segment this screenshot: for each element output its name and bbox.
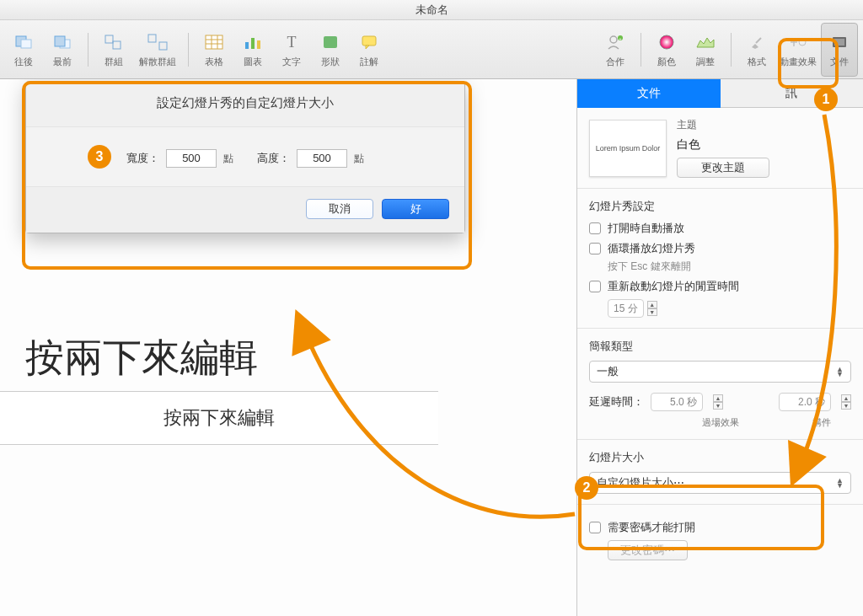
- change-theme-button[interactable]: 更改主題: [677, 158, 769, 178]
- toolbar-ungroup[interactable]: 解散群組: [134, 23, 181, 77]
- document-icon: [827, 30, 852, 54]
- trans-stepper[interactable]: ▲▼: [841, 394, 851, 410]
- table-icon: [201, 30, 227, 54]
- idle-time-field[interactable]: 15 分: [608, 299, 644, 318]
- tab-document[interactable]: 文件: [577, 79, 721, 108]
- toolbar-divider: [731, 33, 732, 67]
- toolbar-comment[interactable]: 註解: [351, 23, 388, 77]
- paintbrush-icon: [744, 30, 769, 54]
- annotation-badge-2: 2: [575, 476, 598, 500]
- toolbar-group[interactable]: 群組: [95, 23, 132, 77]
- group-icon: [101, 30, 126, 54]
- slide-canvas[interactable]: 設定幻燈片秀的自定幻燈片大小 寬度： 500 點 高度： 500 點 取消 好 …: [0, 79, 576, 616]
- width-input[interactable]: 500: [166, 149, 217, 168]
- svg-rect-1: [21, 40, 31, 48]
- annotation-badge-3: 3: [88, 145, 111, 169]
- idle-stepper[interactable]: ▲▼: [647, 301, 657, 316]
- delay-field[interactable]: 5.0 秒: [651, 393, 703, 411]
- checkbox-icon: [589, 243, 601, 254]
- slideshow-title: 幻燈片秀設定: [589, 199, 851, 214]
- toolbar-chart[interactable]: 圖表: [234, 23, 271, 77]
- toolbar-collab[interactable]: +合作: [597, 23, 634, 77]
- slide-size-panel: 幻燈片大小 自定幻燈片大小⋯ ▲▼: [577, 440, 863, 505]
- ungroup-icon: [145, 30, 170, 54]
- delay-stepper[interactable]: ▲▼: [713, 394, 723, 410]
- ok-button[interactable]: 好: [382, 199, 449, 219]
- theme-panel: Lorem Ipsum Dolor 主題 白色 更改主題: [577, 108, 863, 189]
- toolbar-divider: [188, 33, 189, 67]
- change-password-button[interactable]: 更改密碼⋯: [608, 540, 688, 560]
- tab-info[interactable]: 訊: [721, 79, 864, 108]
- svg-rect-4: [105, 35, 113, 43]
- window-titlebar: 未命名: [0, 0, 863, 20]
- autoplay-checkbox[interactable]: 打開時自動播放: [589, 221, 851, 236]
- bring-front-icon: [50, 30, 75, 54]
- toolbar-back[interactable]: 往後: [5, 23, 42, 77]
- svg-rect-13: [245, 42, 249, 49]
- slide-size-title: 幻燈片大小: [589, 450, 851, 465]
- chevron-updown-icon: ▲▼: [836, 478, 844, 488]
- toolbar-color[interactable]: 顏色: [648, 23, 685, 77]
- toolbar-divider: [641, 33, 641, 67]
- svg-rect-14: [251, 38, 255, 49]
- svg-rect-3: [55, 36, 65, 46]
- slide-size-select[interactable]: 自定幻燈片大小⋯ ▲▼: [589, 472, 851, 494]
- slideshow-panel: 幻燈片秀設定 打開時自動播放 循環播放幻燈片秀 按下 Esc 鍵來離開 重新啟動…: [577, 189, 863, 329]
- chevron-updown-icon: ▲▼: [836, 367, 844, 377]
- dialog-title: 設定幻燈片秀的自定幻燈片大小: [26, 82, 464, 127]
- width-unit: 點: [223, 152, 233, 166]
- svg-rect-17: [362, 36, 376, 46]
- theme-name: 白色: [677, 137, 851, 153]
- toolbar-text[interactable]: T文字: [273, 23, 310, 77]
- svg-rect-6: [148, 35, 156, 42]
- presentation-type-panel: 簡報類型 一般 ▲▼ 延遲時間： 5.0 秒 ▲▼ 2.0 秒 ▲▼ 過場效果 …: [577, 329, 863, 440]
- toolbar-format[interactable]: 格式: [738, 23, 775, 77]
- svg-rect-16: [324, 36, 337, 48]
- presentation-type-select[interactable]: 一般 ▲▼: [589, 361, 851, 383]
- animate-icon: [785, 30, 811, 54]
- password-checkbox[interactable]: 需要密碼才能打開: [589, 520, 851, 535]
- svg-rect-7: [159, 42, 167, 50]
- toolbar: 往後 最前 群組 解散群組 表格 圖表 T文字 形狀 註解 +合作 顏色 調整 …: [0, 20, 863, 79]
- histogram-icon: [693, 30, 718, 54]
- checkbox-icon: [589, 222, 601, 234]
- theme-thumbnail: Lorem Ipsum Dolor: [589, 120, 667, 177]
- window-title: 未命名: [415, 3, 448, 18]
- shape-icon: [318, 30, 343, 54]
- theme-label: 主題: [677, 118, 851, 132]
- loop-checkbox[interactable]: 循環播放幻燈片秀: [589, 241, 851, 256]
- checkbox-icon: [589, 522, 601, 533]
- svg-rect-15: [257, 40, 260, 49]
- svg-rect-8: [206, 35, 222, 49]
- width-label: 寬度：: [126, 151, 159, 166]
- annotation-badge-1: 1: [814, 88, 838, 111]
- toolbar-divider: [88, 33, 88, 67]
- trans-sublabel: 過場效果: [655, 416, 785, 429]
- color-wheel-icon: [654, 30, 679, 54]
- cancel-button[interactable]: 取消: [306, 199, 373, 219]
- svg-text:+: +: [619, 36, 622, 41]
- toolbar-animate[interactable]: 動畫效果: [777, 23, 819, 77]
- slide-body-placeholder[interactable]: 按兩下來編輯: [0, 391, 438, 445]
- password-panel: 需要密碼才能打開 更改密碼⋯: [577, 505, 863, 570]
- height-label: 高度：: [257, 151, 290, 166]
- send-back-icon: [11, 30, 36, 54]
- checkbox-icon: [589, 281, 601, 292]
- build-sublabel: 構件: [792, 416, 851, 429]
- presentation-title: 簡報類型: [589, 339, 851, 354]
- height-input[interactable]: 500: [297, 149, 347, 168]
- inspector-panel: 文件 訊 Lorem Ipsum Dolor 主題 白色 更改主題 幻燈片秀設定…: [576, 79, 863, 616]
- svg-rect-25: [834, 39, 844, 46]
- restart-checkbox[interactable]: 重新啟動幻燈片的閒置時間: [589, 279, 851, 294]
- toolbar-shape[interactable]: 形狀: [312, 23, 349, 77]
- toolbar-document[interactable]: 文件: [821, 23, 858, 77]
- svg-point-23: [799, 39, 806, 46]
- slide-title-placeholder[interactable]: 按兩下來編輯: [25, 332, 258, 384]
- toolbar-table[interactable]: 表格: [196, 23, 233, 77]
- toolbar-adjust[interactable]: 調整: [687, 23, 724, 77]
- svg-rect-5: [113, 41, 121, 49]
- trans-field[interactable]: 2.0 秒: [779, 393, 831, 411]
- toolbar-front[interactable]: 最前: [44, 23, 81, 77]
- comment-icon: [356, 30, 382, 54]
- text-icon: T: [279, 30, 304, 54]
